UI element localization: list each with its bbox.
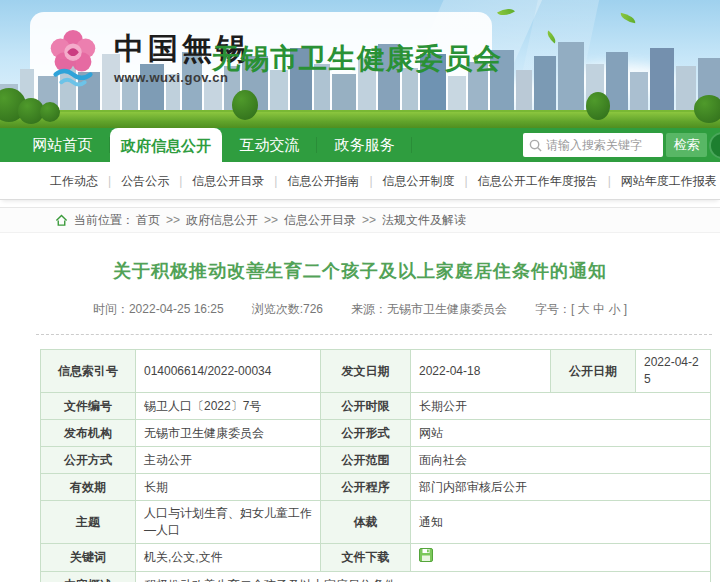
field-value: 锡卫人口〔2022〕7号: [136, 393, 321, 420]
table-row: 主题人口与计划生育、妇女儿童工作—人口体裁通知: [41, 501, 711, 544]
submenu-link[interactable]: 信息公开指南: [287, 174, 359, 188]
breadcrumb-separator: >>: [166, 213, 180, 227]
field-label: 主题: [41, 501, 136, 544]
field-value: 014006614/2022-00034: [136, 350, 321, 393]
submenu-link[interactable]: 工作动态: [50, 174, 98, 188]
breadcrumb-prefix: 当前位置：: [74, 212, 134, 229]
field-value: [411, 544, 711, 572]
field-value: 长期: [136, 474, 321, 501]
field-value: 长期公开: [411, 393, 711, 420]
submenu: 工作动态|公告公示|信息公开目录|信息公开指南|信息公开制度|信息公开工作年度报…: [0, 162, 720, 200]
field-label: 公开方式: [41, 447, 136, 474]
info-table-body: 信息索引号014006614/2022-00034发文日期2022-04-18公…: [41, 350, 711, 582]
breadcrumb-link[interactable]: 首页: [136, 213, 160, 227]
field-label: 有效期: [41, 474, 136, 501]
table-row: 关键词机关,公文,文件文件下载: [41, 544, 711, 572]
info-table: 信息索引号014006614/2022-00034发文日期2022-04-18公…: [40, 349, 711, 582]
meta-item: 时间：2022-04-25 16:25: [93, 302, 224, 316]
plum-blossom-icon: [42, 26, 104, 88]
field-value: 积极推动改善生育二个孩子及以上家庭居住条件: [136, 572, 711, 582]
site-title: 无锡市卫生健康委员会: [212, 40, 502, 78]
field-value: 网站: [411, 420, 711, 447]
search-button[interactable]: 检索: [666, 133, 707, 157]
submenu-link[interactable]: 信息公开制度: [383, 174, 455, 188]
grass-decoration: [0, 110, 720, 128]
field-label: 公开形式: [321, 420, 411, 447]
field-label: 发文日期: [321, 350, 411, 393]
search-box: [523, 133, 663, 157]
home-icon: [55, 214, 68, 227]
field-label: 体裁: [321, 501, 411, 544]
field-value: 部门内部审核后公开: [411, 474, 711, 501]
submenu-separator: |: [369, 174, 372, 188]
field-value: 人口与计划生育、妇女儿童工作—人口: [136, 501, 321, 544]
table-row: 文件编号锡卫人口〔2022〕7号公开时限长期公开: [41, 393, 711, 420]
field-label: 信息索引号: [41, 350, 136, 393]
nav-tab[interactable]: 网站首页: [15, 128, 110, 162]
field-label: 发布机构: [41, 420, 136, 447]
breadcrumb-separator: >>: [264, 213, 278, 227]
submenu-link[interactable]: 信息公开目录: [192, 174, 264, 188]
article-meta: 时间：2022-04-25 16:25浏览次数:726来源：无锡市卫生健康委员会…: [0, 301, 720, 318]
font-size-controls[interactable]: 字号：[ 大 中 小 ]: [535, 302, 627, 316]
site-banner: 中国無锡 www.wuxi.gov.cn 无锡市卫生健康委员会: [0, 0, 720, 128]
submenu-separator: |: [179, 174, 182, 188]
field-label: 文件编号: [41, 393, 136, 420]
field-label: 关键词: [41, 544, 136, 572]
breadcrumb-link[interactable]: 法规文件及解读: [382, 213, 466, 227]
page-title: 关于积极推动改善生育二个孩子及以上家庭居住条件的通知: [0, 259, 720, 283]
table-row: 内容概述积极推动改善生育二个孩子及以上家庭居住条件: [41, 572, 711, 582]
submenu-separator: |: [465, 174, 468, 188]
field-value: 2022-04-18: [411, 350, 551, 393]
tree-decoration: [40, 102, 60, 122]
breadcrumb-link[interactable]: 信息公开目录: [284, 213, 356, 227]
field-label: 公开日期: [551, 350, 636, 393]
breadcrumb-items: 首页>>政府信息公开>>信息公开目录>>法规文件及解读: [134, 212, 468, 229]
nav-tab[interactable]: 政府信息公开: [110, 128, 222, 166]
nav-tab[interactable]: 政务服务: [317, 128, 412, 162]
search-input[interactable]: [546, 138, 650, 152]
table-row: 信息索引号014006614/2022-00034发文日期2022-04-18公…: [41, 350, 711, 393]
submenu-separator: |: [108, 174, 111, 188]
field-label: 文件下载: [321, 544, 411, 572]
table-row: 有效期长期公开程序部门内部审核后公开: [41, 474, 711, 501]
leaf-decoration: [619, 13, 636, 24]
field-label: 公开时限: [321, 393, 411, 420]
field-value: 通知: [411, 501, 711, 544]
field-label: 公开程序: [321, 474, 411, 501]
magnifier-icon: [529, 139, 542, 152]
dashed-divider: [36, 334, 712, 335]
meta-item: 浏览次数:726: [252, 302, 323, 316]
breadcrumb-separator: >>: [362, 213, 376, 227]
main-nav: 网站首页政府信息公开互动交流政务服务 检索: [0, 128, 720, 162]
field-value: 主动公开: [136, 447, 321, 474]
submenu-separator: |: [274, 174, 277, 188]
field-label: 公开范围: [321, 447, 411, 474]
nav-tab[interactable]: 互动交流: [222, 128, 317, 162]
table-row: 发布机构无锡市卫生健康委员会公开形式网站: [41, 420, 711, 447]
tree-decoration: [586, 92, 610, 120]
field-value: 无锡市卫生健康委员会: [136, 420, 321, 447]
submenu-link[interactable]: 信息公开工作年度报告: [478, 174, 598, 188]
field-value: 面向社会: [411, 447, 711, 474]
table-row: 公开方式主动公开公开范围面向社会: [41, 447, 711, 474]
breadcrumb-link[interactable]: 政府信息公开: [186, 213, 258, 227]
field-value: 2022-04-25: [636, 350, 711, 393]
meta-item: 来源：无锡市卫生健康委员会: [351, 302, 507, 316]
submenu-separator: |: [608, 174, 611, 188]
floppy-disk-icon[interactable]: [419, 548, 433, 562]
submenu-link[interactable]: 网站年度工作报表: [621, 174, 717, 188]
breadcrumb: 当前位置： 首页>>政府信息公开>>信息公开目录>>法规文件及解读: [0, 207, 720, 233]
tree-decoration: [232, 90, 258, 120]
tree-decoration: [694, 95, 720, 123]
submenu-link[interactable]: 公告公示: [121, 174, 169, 188]
field-label: 内容概述: [41, 572, 136, 582]
field-value: 机关,公文,文件: [136, 544, 321, 572]
